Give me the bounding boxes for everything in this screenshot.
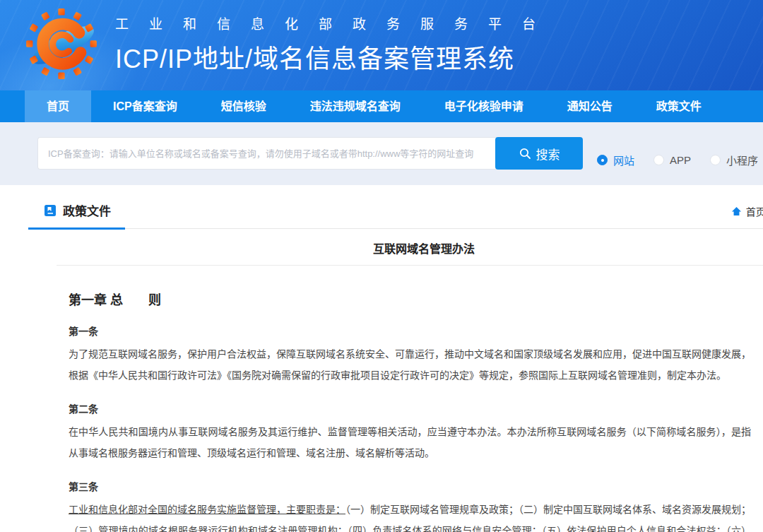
home-icon	[731, 206, 742, 216]
search-type-option-label: APP	[670, 154, 691, 166]
nav-item-5[interactable]: 通知公告	[545, 90, 634, 122]
nav-item-2[interactable]: 短信核验	[199, 90, 288, 122]
search-button[interactable]: 搜索	[495, 137, 583, 170]
breadcrumb-home-link[interactable]: 首页	[746, 204, 763, 218]
radio-selected-icon	[597, 155, 608, 165]
article-heading: 第一条	[69, 324, 751, 338]
page: 工业和信息化部政务服务平台 ICP/IP地址/域名信息备案管理系统 首页ICP备…	[0, 0, 763, 532]
article-heading: 第二条	[69, 401, 751, 415]
document-body: 第一章 总 则 第一条为了规范互联网域名服务，保护用户合法权益，保障互联网域名系…	[69, 290, 751, 532]
chapter-heading: 第一章 总 则	[69, 290, 751, 308]
article-text: 工业和信息化部对全国的域名服务实施监督管理，主要职责是：（一）制定互联网域名管理…	[69, 499, 751, 532]
search-type-option-0[interactable]: 网站	[597, 153, 634, 167]
radio-unselected-icon	[710, 155, 721, 165]
search-type-option-2[interactable]: 小程序	[710, 153, 758, 167]
search-type-option-label: 小程序	[726, 153, 758, 167]
breadcrumb: 首页 > 政策文件	[731, 204, 763, 228]
nav-item-0[interactable]: 首页	[25, 90, 91, 122]
book-icon	[44, 204, 57, 217]
search-type-radio-group: 网站APP小程序快应用	[597, 153, 763, 167]
article-text: 在中华人民共和国境内从事互联网域名服务及其运行维护、监督管理等相关活动，应当遵守…	[69, 421, 751, 463]
document-title: 互联网域名管理办法	[28, 240, 763, 256]
icp-search-input[interactable]	[37, 137, 497, 170]
nav-item-1[interactable]: ICP备案查询	[91, 90, 199, 122]
search-band: 搜索 网站APP小程序快应用	[0, 122, 763, 185]
title-divider	[57, 265, 763, 266]
search-button-label: 搜索	[536, 145, 560, 162]
nav-item-3[interactable]: 违法违规域名查询	[288, 90, 422, 122]
search-type-option-label: 网站	[613, 153, 634, 167]
article-text: 为了规范互联网域名服务，保护用户合法权益，保障互联网域名系统安全、可靠运行，推动…	[69, 343, 751, 386]
section-title: 政策文件	[63, 201, 111, 219]
article-heading: 第三条	[69, 479, 751, 493]
search-type-option-1[interactable]: APP	[653, 154, 691, 166]
section-bar: 政策文件 首页 > 政策文件	[28, 201, 763, 229]
main-nav: 首页ICP备案查询短信核验违法违规域名查询电子化核验申请通知公告政策文件	[0, 90, 763, 122]
content-card: 政策文件 首页 > 政策文件 互联网域名管理办法 第一章 总 则 第一条为了规范…	[28, 201, 763, 532]
radio-unselected-icon	[653, 155, 664, 165]
site-title: ICP/IP地址/域名信息备案管理系统	[115, 38, 556, 75]
nav-item-6[interactable]: 政策文件	[634, 90, 723, 122]
search-icon	[519, 147, 531, 160]
site-header: 工业和信息化部政务服务平台 ICP/IP地址/域名信息备案管理系统	[0, 0, 763, 90]
tab-policy-documents[interactable]: 政策文件	[28, 201, 125, 230]
miit-logo-icon[interactable]	[25, 7, 98, 81]
nav-item-4[interactable]: 电子化核验申请	[422, 90, 545, 122]
platform-subtitle: 工业和信息化部政务服务平台	[115, 13, 556, 32]
articles-list: 第一条为了规范互联网域名服务，保护用户合法权益，保障互联网域名系统安全、可靠运行…	[69, 324, 751, 532]
